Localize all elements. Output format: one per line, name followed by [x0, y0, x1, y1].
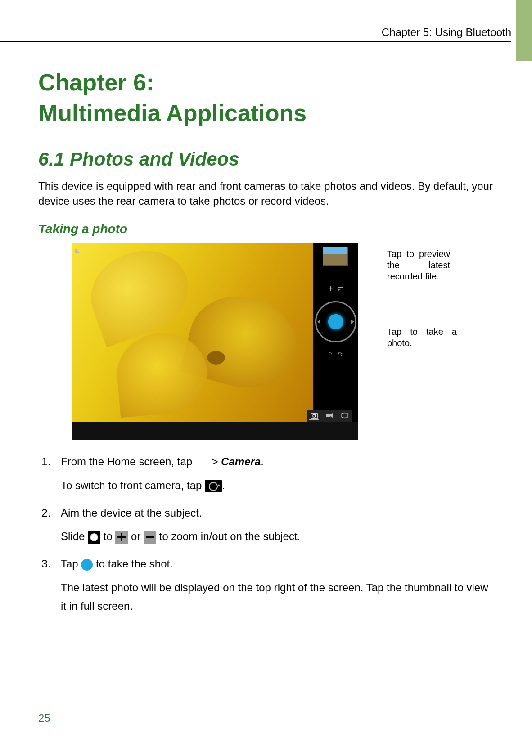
shutter-icon — [81, 559, 93, 571]
camera-controls: + ⥂ ○ ⛭ — [314, 284, 358, 357]
step-1: From the Home screen, tap > Camera. To s… — [54, 453, 494, 495]
running-head: Chapter 5: Using Bluetooth — [0, 26, 511, 39]
camera-side-panel: + ⥂ ○ ⛭ — [314, 243, 358, 422]
callout-preview: Tap to preview the latest recorded file. — [387, 248, 450, 282]
svg-rect-2 — [326, 414, 330, 417]
ring-arrow-right-icon — [351, 320, 354, 324]
step-1-text-b: > — [212, 455, 221, 468]
callout-line — [336, 253, 383, 253]
step-1-sub: To switch to front camera, tap ▸. — [61, 477, 494, 495]
step-3-text-b: to take the shot. — [96, 558, 173, 570]
step-2-sub-d: to zoom in/out on the subject. — [159, 530, 301, 542]
shutter-ring — [315, 301, 356, 342]
viewfinder-image: ◣ — [72, 243, 313, 422]
leaf-graphic — [207, 351, 225, 364]
preview-thumbnail[interactable] — [323, 247, 348, 266]
chapter-title-line1: Chapter 6: — [38, 69, 154, 95]
nav-bar — [72, 423, 358, 440]
step-1-text-c: . — [261, 455, 264, 468]
subheading: Taking a photo — [38, 222, 494, 236]
step-2: Aim the device at the subject. Slide to … — [54, 504, 494, 546]
video-mode-icon[interactable] — [325, 411, 334, 419]
zoom-in-icon — [115, 531, 128, 544]
svg-point-1 — [313, 414, 316, 417]
page-number: 25 — [38, 712, 50, 724]
plus-icon[interactable]: + — [328, 284, 334, 294]
steps-list: From the Home screen, tap > Camera. To s… — [38, 453, 494, 616]
chapter-title-line2: Multimedia Applications — [38, 100, 307, 126]
svg-marker-3 — [330, 413, 333, 418]
zoom-in-row: + ⥂ — [328, 284, 344, 294]
focus-marker-icon: ◣ — [75, 246, 80, 254]
callout-line — [344, 331, 384, 331]
step-3-text-a: Tap — [61, 558, 81, 570]
screenshot-with-callouts: ◣ + ⥂ — [72, 243, 494, 440]
header-accent-tab — [516, 0, 532, 61]
switch-camera-icon[interactable]: ⥂ — [338, 284, 343, 292]
callout-shutter: Tap to take a photo. — [387, 326, 457, 349]
zoom-slider-icon — [88, 531, 100, 544]
shutter-button[interactable] — [328, 314, 343, 329]
circle-icon[interactable]: ○ — [328, 350, 332, 357]
camera-app-name: Camera — [221, 455, 261, 468]
ring-arrow-left-icon — [317, 320, 320, 324]
intro-paragraph: This device is equipped with rear and fr… — [38, 179, 494, 208]
zoom-out-icon — [144, 531, 156, 544]
header-rule — [0, 41, 511, 42]
page: Chapter 5: Using Bluetooth Chapter 6: Mu… — [0, 0, 532, 756]
mode-tray — [307, 410, 352, 422]
panorama-mode-icon[interactable] — [340, 411, 350, 419]
switch-camera-button-icon: ▸ — [205, 480, 222, 492]
camera-app-screenshot: ◣ + ⥂ — [72, 243, 358, 440]
chapter-title: Chapter 6: Multimedia Applications — [38, 68, 494, 128]
zoom-out-row: ○ ⛭ — [328, 350, 343, 357]
apps-grid-icon — [195, 457, 209, 468]
step-3-sub: The latest photo will be displayed on th… — [61, 579, 494, 616]
step-2-sub-a: Slide — [61, 530, 88, 542]
settings-icon[interactable]: ⛭ — [337, 350, 343, 357]
step-2-sub: Slide to or to zoom in/out on the subjec… — [61, 527, 494, 546]
step-2-sub-b: to — [104, 530, 116, 542]
photo-mode-icon[interactable] — [309, 411, 319, 420]
step-1-text-a: From the Home screen, tap — [61, 455, 195, 468]
step-3: Tap to take the shot. The latest photo w… — [54, 555, 494, 615]
content-area: Chapter 6: Multimedia Applications 6.1 P… — [38, 68, 494, 625]
section-heading: 6.1 Photos and Videos — [38, 148, 494, 170]
step-2-text: Aim the device at the subject. — [61, 507, 202, 519]
leaf-graphic — [79, 243, 200, 347]
step-1-sub-text: To switch to front camera, tap — [61, 479, 205, 491]
step-2-sub-c: or — [131, 530, 144, 542]
